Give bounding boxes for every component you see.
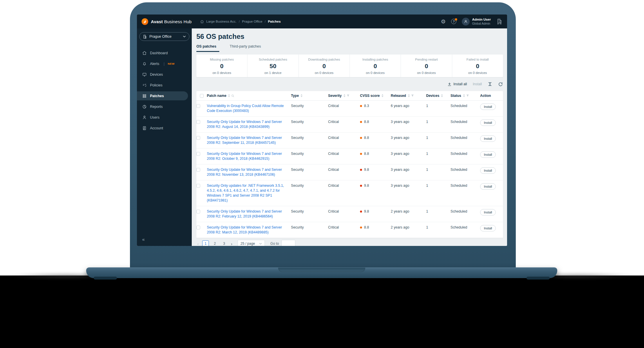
home-icon[interactable] xyxy=(200,20,204,23)
cvss-severity-dot xyxy=(360,169,362,171)
sort-icon[interactable] xyxy=(343,94,345,97)
column-header-cvss[interactable]: CVSS score xyxy=(360,94,391,98)
filter-icon[interactable] xyxy=(466,94,469,97)
patch-devices: 1 xyxy=(426,164,451,180)
stat-value: 0 xyxy=(299,63,350,70)
row-checkbox[interactable] xyxy=(196,226,200,229)
monitor-icon xyxy=(142,72,147,77)
brand-name: Avast Business Hub xyxy=(151,19,192,24)
sidebar-item-devices[interactable]: Devices xyxy=(137,69,192,80)
patch-name-link[interactable]: Security Only Update for Windows 7 and S… xyxy=(207,209,282,218)
sidebar-item-alerts[interactable]: Alerts | NEW xyxy=(137,58,192,69)
patch-name-link[interactable]: Vulnerability in Group Policy Could Allo… xyxy=(207,104,284,113)
next-page-icon[interactable]: › xyxy=(230,242,233,246)
org-selector[interactable]: Prague Office xyxy=(139,32,189,41)
patch-name-link[interactable]: Security Only updates for .NET Framework… xyxy=(207,184,284,202)
cvss-severity-dot xyxy=(360,153,362,155)
policies-icon xyxy=(142,83,147,88)
install-all-button[interactable]: Install all xyxy=(447,82,467,86)
column-header-severity[interactable]: Severity xyxy=(328,94,360,98)
row-install-button[interactable]: Install xyxy=(480,209,496,215)
sort-icon[interactable] xyxy=(463,94,465,97)
sidebar-item-dashboard[interactable]: Dashboard xyxy=(137,48,192,58)
patch-name-link[interactable]: Security Only Update for Windows 7 and S… xyxy=(207,152,282,161)
patch-status: Scheduled xyxy=(451,133,480,148)
filter-icon[interactable] xyxy=(347,94,350,97)
page-button-3[interactable]: 3 xyxy=(221,240,227,246)
user-chip[interactable]: Admin User Global Admin xyxy=(462,17,491,26)
row-checkbox[interactable] xyxy=(196,184,200,188)
column-header-status[interactable]: Status xyxy=(451,94,480,98)
select-all-checkbox[interactable] xyxy=(200,94,204,98)
row-checkbox[interactable] xyxy=(196,120,200,124)
breadcrumb-item[interactable]: Large Business Acc. xyxy=(206,20,236,23)
bell-icon xyxy=(142,61,147,66)
sidebar-item-label: Devices xyxy=(150,72,163,77)
tab-third-party-patches[interactable]: Third-party patches xyxy=(230,44,264,52)
row-checkbox[interactable] xyxy=(196,136,200,140)
row-install-button[interactable]: Install xyxy=(480,119,496,126)
row-install-button[interactable]: Install xyxy=(480,167,496,174)
filter-icon[interactable] xyxy=(411,94,414,97)
patch-name-link[interactable]: Security Only Update for Windows 7 and S… xyxy=(207,136,282,145)
column-header-devices[interactable]: Devices xyxy=(426,94,451,98)
row-install-button[interactable]: Install xyxy=(480,151,496,158)
row-install-button[interactable]: Install xyxy=(480,225,496,231)
page-button-1[interactable]: 1 xyxy=(202,240,209,246)
settings-gear-icon[interactable]: ⚙ xyxy=(441,19,446,24)
column-header-type[interactable]: Type xyxy=(291,94,328,98)
patch-type: Security xyxy=(291,222,328,238)
column-header-released[interactable]: Released xyxy=(391,94,426,98)
tab-os-patches[interactable]: OS patches xyxy=(196,44,219,52)
patch-released: 3 years ago xyxy=(391,164,426,180)
help-icon[interactable]: ? xyxy=(451,19,456,24)
sidebar-item-account[interactable]: Account xyxy=(137,123,192,133)
page-button-2[interactable]: 2 xyxy=(211,240,218,246)
sidebar-item-policies[interactable]: Policies xyxy=(137,80,192,90)
stat-value: 0 xyxy=(452,63,503,70)
tabs: OS patches Third-party patches xyxy=(196,44,503,52)
row-checkbox[interactable] xyxy=(196,168,200,172)
sidebar-item-users[interactable]: Users xyxy=(137,112,192,123)
patch-name-link[interactable]: Security Only Update for Windows 7 and S… xyxy=(207,120,282,129)
patch-name-link[interactable]: Security Only Update for Windows 7 and S… xyxy=(207,168,282,177)
stat-item: Missing patches 0 on 0 devices xyxy=(196,55,247,77)
prev-page-icon[interactable]: ‹ xyxy=(196,242,200,246)
sort-icon[interactable] xyxy=(441,94,443,97)
user-role: Global Admin xyxy=(472,22,491,26)
notification-dot xyxy=(455,18,457,21)
row-install-button[interactable]: Install xyxy=(480,104,496,110)
sidebar-item-reports[interactable]: Reports xyxy=(137,101,192,112)
table-row: Security Only Update for Windows 7 and S… xyxy=(196,164,503,180)
company-switcher-icon[interactable] xyxy=(496,18,502,25)
stat-sub: on 0 devices xyxy=(299,71,350,75)
refresh-icon[interactable] xyxy=(498,82,503,87)
row-checkbox[interactable] xyxy=(196,152,200,156)
breadcrumb-separator: / xyxy=(265,20,265,23)
desk-floor xyxy=(0,276,644,348)
sort-icon[interactable] xyxy=(381,94,383,97)
column-header-patch-name[interactable]: Patch name xyxy=(207,94,291,98)
page-size-select[interactable]: 25 / page xyxy=(238,240,265,246)
sort-icon[interactable] xyxy=(301,94,303,97)
row-install-button[interactable]: Install xyxy=(480,135,496,142)
patch-severity: Critical xyxy=(328,148,360,164)
column-label: Patch name xyxy=(207,94,226,98)
row-install-button[interactable]: Install xyxy=(480,183,496,190)
breadcrumb-item[interactable]: Prague Office xyxy=(242,20,262,23)
patch-severity: Critical xyxy=(328,164,360,180)
sort-icon[interactable] xyxy=(228,94,230,97)
goto-page-input[interactable] xyxy=(281,240,295,246)
row-checkbox[interactable] xyxy=(196,104,200,108)
sidebar-item-patches[interactable]: Patches xyxy=(137,91,188,100)
patch-name-link[interactable]: Security Only Update for Windows 7 and S… xyxy=(207,225,282,234)
sort-icon[interactable] xyxy=(408,94,410,97)
breadcrumb-current: Patches xyxy=(268,20,281,23)
row-checkbox[interactable] xyxy=(196,210,200,213)
row-height-icon[interactable] xyxy=(488,82,492,86)
install-button[interactable]: Install xyxy=(473,82,482,86)
search-icon[interactable] xyxy=(231,94,234,97)
column-header-action: Action xyxy=(480,94,502,98)
stat-sub: on 0 devices xyxy=(452,71,503,75)
collapse-sidebar-icon[interactable]: « xyxy=(142,237,145,242)
